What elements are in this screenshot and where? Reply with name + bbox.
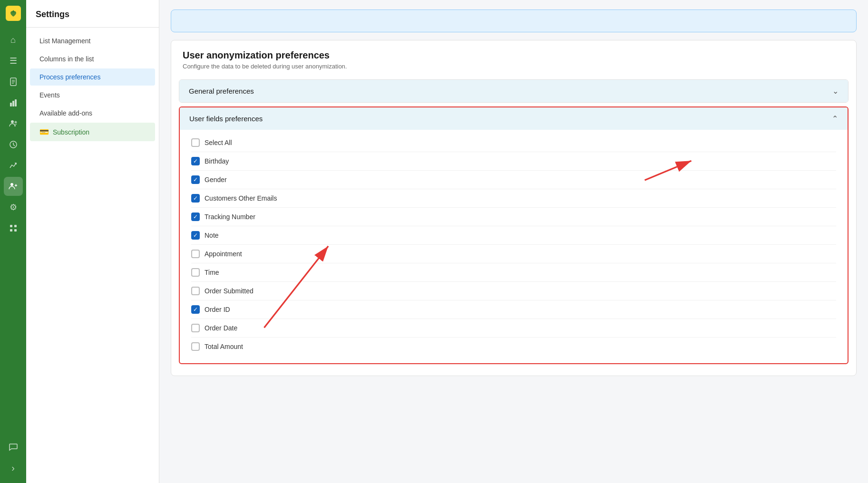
svg-rect-16 (10, 225, 12, 227)
checkbox-label-time: Time (205, 269, 219, 276)
sidebar: Settings List Management Columns in the … (26, 0, 159, 483)
sidebar-item-subscription[interactable]: 💳 Subscription (30, 123, 155, 141)
card-subtitle: Configure the data to be deleted during … (183, 63, 845, 70)
checkbox-item-appointment: Appointment (191, 245, 836, 263)
checkbox-note[interactable]: ✓ (191, 231, 200, 240)
analytics-nav-icon[interactable] (4, 156, 23, 175)
sidebar-item-process-preferences[interactable]: Process preferences (30, 68, 155, 86)
user-fields-preferences-accordion: User fields preferences ⌃ Select All✓Bir… (179, 106, 848, 364)
user-fields-preferences-label: User fields preferences (189, 115, 263, 123)
users-nav-icon[interactable] (4, 177, 23, 196)
svg-rect-18 (10, 229, 12, 232)
home-nav-icon[interactable]: ⌂ (4, 30, 23, 49)
svg-rect-17 (14, 225, 17, 227)
general-preferences-label: General preferences (189, 87, 254, 95)
main-content-wrapper: User anonymization preferences Configure… (159, 0, 868, 483)
card-title: User anonymization preferences (183, 50, 845, 61)
checkbox-label-order-id: Order ID (205, 306, 230, 313)
settings-nav-icon[interactable]: ⚙ (4, 198, 23, 217)
top-hint-bar (171, 10, 857, 32)
expand-nav-icon[interactable]: › (4, 458, 23, 477)
chat-nav-icon[interactable] (4, 437, 23, 456)
checkbox-label-note: Note (205, 232, 219, 239)
checkbox-label-gender: Gender (205, 176, 227, 184)
svg-point-13 (10, 183, 13, 186)
checkbox-item-birthday: ✓Birthday (191, 152, 836, 171)
icon-bar: ⌂ ☰ (0, 0, 26, 483)
clock-nav-icon[interactable] (4, 135, 23, 154)
sidebar-nav: List Management Columns in the list Proc… (26, 28, 159, 146)
checkbox-item-select-all: Select All (191, 134, 836, 152)
checkbox-appointment[interactable] (191, 250, 200, 258)
checkbox-gender[interactable]: ✓ (191, 175, 200, 184)
checkbox-tracking-number[interactable]: ✓ (191, 213, 200, 221)
checkbox-list: Select All✓Birthday✓Gender✓Customers Oth… (191, 134, 836, 356)
subscription-icon: 💳 (39, 127, 49, 136)
general-preferences-accordion: General preferences ⌄ (179, 79, 848, 103)
svg-rect-19 (14, 229, 17, 232)
checkbox-customers-other-emails[interactable]: ✓ (191, 194, 200, 203)
svg-rect-6 (12, 101, 14, 106)
main-scrollable: User anonymization preferences Configure… (159, 0, 868, 483)
general-preferences-header[interactable]: General preferences ⌄ (179, 80, 848, 102)
card-body: General preferences ⌄ User fields prefer… (171, 79, 856, 376)
card-header: User anonymization preferences Configure… (171, 40, 856, 76)
checkbox-label-total-amount: Total Amount (205, 343, 243, 350)
anonymization-card: User anonymization preferences Configure… (171, 40, 857, 376)
checkbox-item-total-amount: Total Amount (191, 338, 836, 356)
sidebar-item-list-management[interactable]: List Management (30, 32, 155, 49)
general-preferences-chevron: ⌄ (832, 87, 839, 96)
people-nav-icon[interactable] (4, 114, 23, 133)
checkbox-total-amount[interactable] (191, 342, 200, 351)
checkbox-label-birthday: Birthday (205, 157, 229, 165)
main: User anonymization preferences Configure… (159, 0, 868, 483)
document-nav-icon[interactable] (4, 72, 23, 91)
checkbox-label-select-all: Select All (205, 139, 232, 146)
sidebar-item-events[interactable]: Events (30, 87, 155, 104)
sidebar-item-available-addons[interactable]: Available add-ons (30, 105, 155, 122)
checkbox-label-tracking-number: Tracking Number (205, 213, 255, 221)
checkbox-item-time: Time (191, 263, 836, 282)
checkbox-item-tracking-number: ✓Tracking Number (191, 208, 836, 226)
svg-rect-5 (10, 103, 12, 106)
checkbox-item-gender: ✓Gender (191, 171, 836, 189)
checkbox-label-order-submitted: Order Submitted (205, 287, 254, 295)
checkbox-order-submitted[interactable] (191, 287, 200, 295)
checkbox-item-order-date: Order Date (191, 319, 836, 338)
user-fields-preferences-header[interactable]: User fields preferences ⌃ (180, 107, 848, 130)
user-fields-preferences-body: Select All✓Birthday✓Gender✓Customers Oth… (180, 130, 848, 363)
checkbox-item-customers-other-emails: ✓Customers Other Emails (191, 189, 836, 208)
app-logo (6, 6, 21, 21)
checkbox-label-customers-other-emails: Customers Other Emails (205, 194, 277, 202)
apps-nav-icon[interactable] (4, 219, 23, 238)
checkbox-label-order-date: Order Date (205, 324, 237, 332)
sidebar-item-columns-in-list[interactable]: Columns in the list (30, 50, 155, 68)
checkbox-birthday[interactable]: ✓ (191, 157, 200, 165)
user-fields-preferences-chevron: ⌃ (832, 114, 838, 123)
chart-nav-icon[interactable] (4, 93, 23, 112)
checkbox-order-id[interactable]: ✓ (191, 305, 200, 314)
checkbox-item-note: ✓Note (191, 226, 836, 245)
svg-rect-7 (15, 99, 17, 106)
checkbox-time[interactable] (191, 268, 200, 277)
checkbox-item-order-id: ✓Order ID (191, 300, 836, 319)
checkbox-order-date[interactable] (191, 324, 200, 332)
svg-point-9 (14, 121, 17, 124)
sidebar-title: Settings (26, 0, 159, 28)
svg-point-8 (11, 120, 14, 123)
svg-line-12 (13, 145, 15, 146)
menu-nav-icon[interactable]: ☰ (4, 51, 23, 70)
checkbox-select-all[interactable] (191, 138, 200, 147)
checkbox-label-appointment: Appointment (205, 250, 242, 258)
checkbox-item-order-submitted: Order Submitted (191, 282, 836, 300)
